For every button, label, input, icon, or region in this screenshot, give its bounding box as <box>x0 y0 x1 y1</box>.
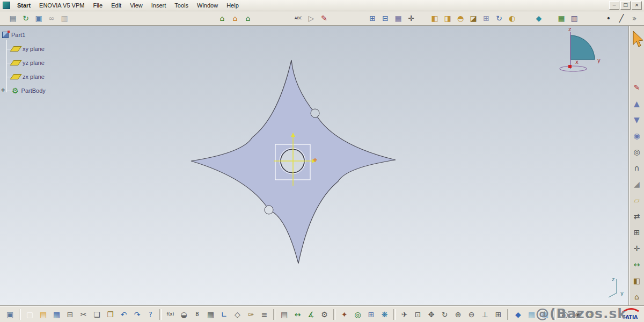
insert-image-icon[interactable]: ▣ <box>32 12 45 25</box>
measure-between-icon[interactable]: ↔ <box>291 308 304 321</box>
history-icon[interactable]: ▥ <box>58 12 71 25</box>
front-view-icon[interactable]: ◨ <box>441 12 454 25</box>
menu-item-window[interactable]: Window <box>193 1 222 10</box>
fit-all-icon[interactable]: ⊡ <box>411 308 425 321</box>
tree-expander-icon[interactable]: ✛ <box>1 88 5 93</box>
plane-icon[interactable]: ▱ <box>630 192 644 208</box>
menu-item-tools[interactable]: Tools <box>170 1 193 10</box>
sketcher-icon[interactable]: ✎ <box>630 79 644 96</box>
menu-item-file[interactable]: File <box>89 1 107 10</box>
minimize-button[interactable]: − <box>609 1 619 10</box>
swirl-icon[interactable]: ◎ <box>351 308 364 321</box>
redo-icon[interactable]: ↷ <box>130 308 144 321</box>
save-icon[interactable]: ▦ <box>50 308 63 321</box>
zoom-in-icon[interactable]: ⊕ <box>451 308 465 321</box>
tree-item-zx-plane[interactable]: zx plane <box>1 70 46 84</box>
mirror-icon[interactable]: ⇄ <box>630 208 644 224</box>
tree-item-yz-plane[interactable]: yz plane <box>1 56 46 70</box>
pan-icon[interactable]: ✥ <box>425 308 438 321</box>
iso-view-icon[interactable]: ◧ <box>428 12 441 25</box>
layer-filter-icon[interactable]: ⊟ <box>379 12 392 25</box>
pocket-icon[interactable]: ▼ <box>630 112 644 128</box>
hole-icon[interactable]: ◎ <box>630 144 644 160</box>
zoom-out-icon[interactable]: ⊖ <box>465 308 478 321</box>
layer-icon[interactable]: ⊞ <box>366 12 379 25</box>
toolbar-separator <box>273 309 275 320</box>
compass-pivot[interactable] <box>568 65 572 68</box>
chamfer-icon[interactable]: ◢ <box>630 176 644 192</box>
help-icon[interactable]: ? <box>144 308 157 321</box>
catalog-browser-icon[interactable]: ⌂ <box>630 289 644 305</box>
star-tool-icon[interactable]: ❋ <box>378 308 391 321</box>
views-icon[interactable]: ⊞ <box>480 12 493 25</box>
flag-note-icon[interactable]: ▷ <box>305 12 318 25</box>
list-icon[interactable]: ≡ <box>258 308 271 321</box>
pattern-icon[interactable]: ⊞ <box>630 224 644 240</box>
section-view-icon[interactable]: ◪ <box>467 12 480 25</box>
pad-icon[interactable]: ▲ <box>630 96 644 112</box>
knowledge-icon[interactable]: ▥ <box>568 12 581 25</box>
mesh-icon[interactable]: ⊞ <box>364 308 378 321</box>
fillet-icon[interactable]: ∩ <box>630 160 644 176</box>
measure-icon[interactable]: ↔ <box>630 257 644 273</box>
open-catalog-icon[interactable]: ⌂ <box>216 12 229 25</box>
copy-icon[interactable]: ❏ <box>90 308 104 321</box>
spellcheck-icon[interactable]: ABC <box>292 12 305 25</box>
compass[interactable]: z y x <box>560 26 601 71</box>
pen-icon[interactable]: ✑ <box>244 308 258 321</box>
ladder-icon[interactable]: ▤ <box>277 308 291 321</box>
menu-item-start[interactable]: Start <box>13 1 35 10</box>
shaded-view-icon[interactable]: ◆ <box>511 308 525 321</box>
rule-icon[interactable]: 8 <box>191 308 204 321</box>
line-tool-icon[interactable]: ╱ <box>615 12 628 25</box>
mass-properties-icon[interactable]: ⚙ <box>318 308 331 321</box>
menu-item-help[interactable]: Help <box>222 1 243 10</box>
workbench-catalog-icon[interactable]: ⌂ <box>229 12 241 25</box>
shaft-icon[interactable]: ◉ <box>630 128 644 144</box>
axis-system-icon[interactable]: ∟ <box>217 308 231 321</box>
workbench-icon[interactable]: ▣ <box>3 308 17 321</box>
viewport-3d[interactable]: z y x z y Part1xy planeyz planezx plane✛… <box>0 26 629 306</box>
material-icon[interactable]: ◧ <box>630 273 644 289</box>
measure-angle-icon[interactable]: ∡ <box>304 308 318 321</box>
overflow-icon[interactable]: » <box>628 12 641 25</box>
paste-icon[interactable]: ❐ <box>104 308 117 321</box>
close-button[interactable]: × <box>632 1 642 10</box>
tree-item-part1[interactable]: Part1 <box>1 28 46 42</box>
undo-icon[interactable]: ↶ <box>117 308 130 321</box>
open-icon[interactable]: ▤ <box>36 308 50 321</box>
update-icon[interactable]: ↻ <box>19 12 32 25</box>
paste-special-icon[interactable]: ▤ <box>6 12 19 25</box>
exploded-icon[interactable]: ◆ <box>532 12 545 25</box>
fly-icon[interactable]: ✈ <box>398 308 411 321</box>
annotation-icon[interactable]: ✎ <box>318 12 331 25</box>
rotate3d-icon[interactable]: ↻ <box>438 308 451 321</box>
render-style-icon[interactable]: ◐ <box>506 12 518 25</box>
comment-icon[interactable]: ◒ <box>177 308 191 321</box>
design-table-icon[interactable]: ▦ <box>555 12 568 25</box>
fx-icon[interactable]: f(x) <box>164 308 177 321</box>
translate-icon[interactable]: ✛ <box>630 240 644 257</box>
tree-item-xy-plane[interactable]: xy plane <box>1 42 46 56</box>
tools-icon[interactable]: ✦ <box>338 308 351 321</box>
grid-snap-icon[interactable]: ▦ <box>392 12 405 25</box>
constraint-icon[interactable]: ◇ <box>231 308 244 321</box>
target-icon[interactable]: ✛ <box>405 12 418 25</box>
new-icon[interactable]: ▢ <box>23 308 36 321</box>
point-tool-icon[interactable]: • <box>602 12 615 25</box>
design-table2-icon[interactable]: ▦ <box>204 308 217 321</box>
menu-item-enovia-v5-vpm[interactable]: ENOVIA V5 VPM <box>35 1 89 10</box>
link-manager-icon[interactable]: ∞ <box>45 12 58 25</box>
cut-icon[interactable]: ✂ <box>77 308 90 321</box>
menu-item-view[interactable]: View <box>126 1 147 10</box>
tree-item-partbody[interactable]: ✛⚙PartBody <box>1 84 46 98</box>
multi-view-icon[interactable]: ⊞ <box>492 308 505 321</box>
print-icon[interactable]: ⊟ <box>63 308 77 321</box>
top-view-icon[interactable]: ◓ <box>454 12 467 25</box>
restore-button[interactable]: □ <box>620 1 631 10</box>
menu-item-edit[interactable]: Edit <box>107 1 126 10</box>
rotate-view-icon[interactable]: ↻ <box>493 12 506 25</box>
macro-catalog-icon[interactable]: ⌂ <box>241 12 254 25</box>
menu-item-insert[interactable]: Insert <box>147 1 171 10</box>
normal-view-icon[interactable]: ⊥ <box>478 308 492 321</box>
